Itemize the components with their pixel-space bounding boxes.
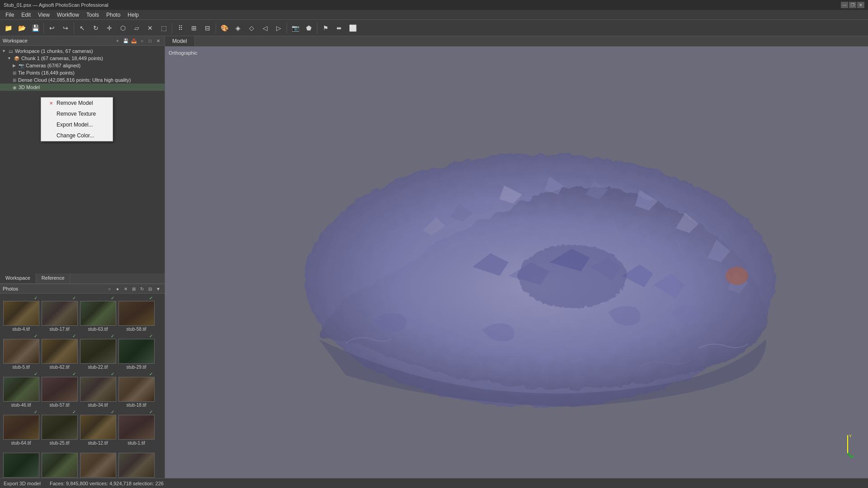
menu-help[interactable]: Help	[124, 11, 142, 19]
workspace-add-btn[interactable]: +	[114, 38, 121, 44]
photo-check-stub25: ✓	[72, 409, 76, 415]
tb-open-folder[interactable]: 📂	[15, 22, 28, 34]
photo-cell-stub34[interactable]: ✓ stub-34.tif	[79, 371, 117, 408]
photo-cell-stub5[interactable]: ✓ stub-5.tif	[2, 333, 40, 370]
photo-cell-r5c2[interactable]	[40, 447, 79, 478]
ctx-export-model[interactable]: Export Model...	[41, 119, 113, 130]
tb-redo[interactable]: ↪	[59, 22, 72, 34]
tb-measure[interactable]: ⬌	[333, 22, 345, 34]
tb-grid3[interactable]: ⊟	[201, 22, 214, 34]
tree-workspace-root[interactable]: ▼ 🗂 Workspace (1 chunks, 67 cameras)	[0, 47, 165, 55]
workspace-title: Workspace	[3, 38, 28, 43]
workspace-save-btn[interactable]: 💾	[122, 38, 129, 44]
tb-wire-right[interactable]: ▷	[272, 22, 285, 34]
photo-cell-stub64[interactable]: ✓ stub-64.tif	[2, 409, 40, 446]
tie-points-label: Tie Points (18,449 points)	[18, 70, 75, 75]
tb-frame[interactable]: ⬚	[157, 22, 170, 34]
photo-thumb-stub1	[118, 415, 155, 440]
minimize-button[interactable]: —	[841, 2, 848, 8]
tb-solid-left[interactable]: ◈	[231, 22, 244, 34]
photo-cell-stub1[interactable]: ✓ stub-1.tif	[117, 409, 156, 446]
menu-tools[interactable]: Tools	[83, 11, 103, 19]
tb-box[interactable]: ⬜	[346, 22, 359, 34]
photo-cell-stub22[interactable]: ✓ stub-22.tif	[79, 333, 117, 370]
photos-remove-btn[interactable]: ✕	[122, 286, 129, 292]
tab-model[interactable]: Model	[165, 36, 195, 46]
tree-chunk1[interactable]: ▼ 📦 Chunk 1 (67 cameras, 18,449 points)	[0, 55, 165, 62]
photo-label-stub63: stub-63.tif	[88, 327, 108, 332]
menu-workflow[interactable]: Workflow	[53, 11, 83, 19]
workspace-close-btn[interactable]: ✕	[155, 38, 162, 44]
tb-texture[interactable]: 🎨	[218, 22, 231, 34]
menu-view[interactable]: View	[34, 11, 53, 19]
photo-thumb-r5c1	[3, 453, 39, 478]
photo-label-stub57: stub-57.tif	[50, 403, 70, 408]
tb-open[interactable]: 📁	[2, 22, 14, 34]
tb-select[interactable]: ▱	[130, 22, 143, 34]
workspace-panel-controls: + 💾 📥 ○ □ ✕	[114, 38, 162, 44]
photo-cell-r5c3[interactable]	[79, 447, 117, 478]
photo-cell-stub63[interactable]: ✓ stub-63.tif	[79, 296, 117, 332]
tb-sep-5	[287, 23, 287, 33]
photo-cell-stub29[interactable]: ✓ stub-29.tif	[117, 333, 156, 370]
photo-cell-stub12[interactable]: ✓ stub-12.tif	[79, 409, 117, 446]
ctx-remove-model[interactable]: ✕ Remove Model	[41, 98, 113, 108]
tb-sep-4	[216, 23, 216, 33]
photo-cell-stub18[interactable]: ✓ stub-18.tif	[117, 371, 156, 408]
tb-shape[interactable]: ⬟	[302, 22, 315, 34]
tb-undo[interactable]: ↩	[46, 22, 58, 34]
menu-photo[interactable]: Photo	[103, 11, 124, 19]
photo-label-stub1: stub-1.tif	[127, 441, 145, 446]
ctx-remove-texture[interactable]: Remove Texture	[41, 108, 113, 119]
photo-cell-r5c4[interactable]	[117, 447, 156, 478]
menu-bar: File Edit View Workflow Tools Photo Help	[0, 10, 868, 20]
tb-add-marker[interactable]: ✛	[103, 22, 116, 34]
tb-polygon[interactable]: ⬡	[117, 22, 129, 34]
tb-solid-right[interactable]: ◇	[245, 22, 258, 34]
tb-wire-left[interactable]: ◁	[259, 22, 271, 34]
photo-cell-stub17[interactable]: ✓ stub-17.tif	[40, 296, 79, 332]
restore-button[interactable]: ❐	[849, 2, 856, 8]
workspace-import-btn[interactable]: 📥	[130, 38, 137, 44]
menu-file[interactable]: File	[2, 11, 18, 19]
photo-cell-stub62[interactable]: ✓ stub-62.tif	[40, 333, 79, 370]
tb-grid2[interactable]: ⊞	[188, 22, 200, 34]
photo-thumb-stub62	[42, 339, 78, 364]
photo-cell-stub57[interactable]: ✓ stub-57.tif	[40, 371, 79, 408]
ctx-change-color[interactable]: Change Color...	[41, 130, 113, 141]
photo-cell-stub58[interactable]: ✓ stub-58.tif	[117, 296, 156, 332]
workspace-float-btn[interactable]: □	[146, 38, 154, 44]
menu-edit[interactable]: Edit	[18, 11, 34, 19]
svg-text:Y: Y	[849, 434, 852, 438]
tb-flag[interactable]: ⚑	[319, 22, 332, 34]
tab-reference[interactable]: Reference	[36, 273, 71, 283]
tree-dense-cloud[interactable]: ⊞ Dense Cloud (42,085,816 points; Ultra …	[0, 76, 165, 84]
axes-indicator: Y Z	[841, 433, 854, 460]
photos-disable-btn[interactable]: ●	[114, 286, 121, 292]
close-button[interactable]: ✕	[857, 2, 864, 8]
photo-cell-stub46[interactable]: ✓ stub-46.tif	[2, 371, 40, 408]
photo-cell-stub4[interactable]: ✓ stub-4.tif	[2, 296, 40, 332]
photo-label-stub46: stub-46.tif	[11, 403, 31, 408]
photos-more-btn[interactable]: ▼	[155, 286, 162, 292]
tab-workspace[interactable]: Workspace	[0, 273, 36, 283]
tb-camera[interactable]: 📷	[289, 22, 302, 34]
viewport-3d[interactable]: Orthographic	[165, 47, 868, 478]
tb-delete[interactable]: ✕	[144, 22, 156, 34]
tb-grid1[interactable]: ⠿	[174, 22, 187, 34]
photos-align-btn[interactable]: ⊞	[130, 286, 137, 292]
tb-rotate[interactable]: ↻	[90, 22, 102, 34]
tree-cameras[interactable]: ▶ 📷 Cameras (67/67 aligned)	[0, 62, 165, 69]
photo-cell-r5c1[interactable]	[2, 447, 40, 478]
svg-point-2	[518, 244, 626, 308]
photos-enable-btn[interactable]: ○	[106, 286, 113, 292]
tree-tie-points[interactable]: ⊞ Tie Points (18,449 points)	[0, 69, 165, 76]
tb-save[interactable]: 💾	[29, 22, 42, 34]
photos-view-btn[interactable]: ⊟	[146, 286, 154, 292]
workspace-clear-btn[interactable]: ○	[138, 38, 146, 44]
tree-3d-model[interactable]: ◉ 3D Model	[0, 84, 165, 91]
tb-pointer[interactable]: ↖	[76, 22, 89, 34]
photo-cell-stub25[interactable]: ✓ stub-25.tif	[40, 409, 79, 446]
photos-rotate-btn[interactable]: ↻	[138, 286, 146, 292]
photo-label-stub18: stub-18.tif	[127, 403, 146, 408]
